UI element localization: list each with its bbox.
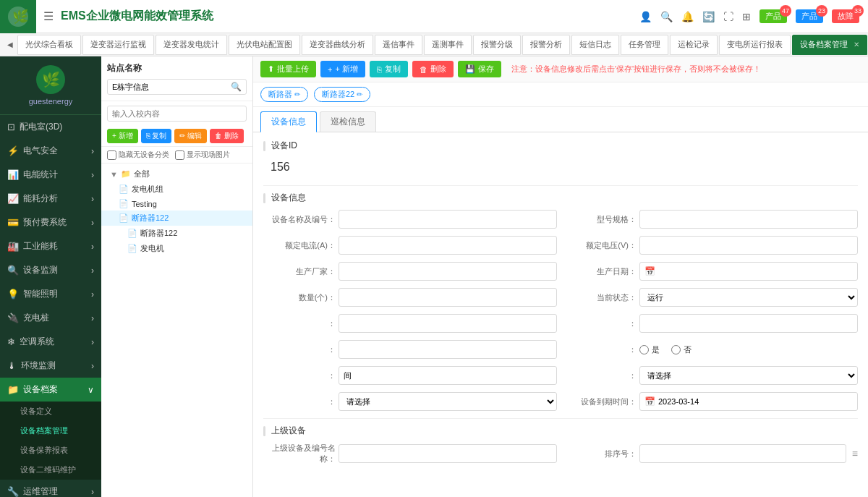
blank1-input[interactable] <box>339 314 557 333</box>
sidebar: 🌿 guestenergy ⊡ 配电室(3D) ⚡ 电气安全 › 📊 电能统计 … <box>0 56 101 497</box>
model-input[interactable] <box>639 210 858 229</box>
breaker-tab-1[interactable]: 断路器 ✏ <box>260 87 308 102</box>
add-device-button[interactable]: + + 新增 <box>320 61 365 77</box>
save-device-button[interactable]: 💾 保存 <box>458 61 501 77</box>
sidebar-item-consumption[interactable]: 📈 能耗分析 › <box>0 187 101 211</box>
refresh-icon[interactable]: 🔄 <box>702 11 715 22</box>
sidebar-sub-device-mgr[interactable]: 设备档案管理 <box>0 421 101 441</box>
tree-delete-button[interactable]: 🗑 删除 <box>210 129 244 143</box>
sidebar-item-charging[interactable]: 🔌 充电桩 › <box>0 306 101 330</box>
expire-date-input[interactable] <box>658 397 853 406</box>
voltage-input[interactable] <box>639 236 858 255</box>
room-input[interactable] <box>339 366 557 385</box>
tree-edit-button[interactable]: ✏ 编辑 <box>174 129 207 143</box>
nav-tab-alarm-level[interactable]: 报警分级 <box>473 35 521 55</box>
expand-icon[interactable]: ⛶ <box>723 11 733 22</box>
tree-search-input[interactable] <box>107 106 247 122</box>
file-icon-4: 📄 <box>127 229 137 238</box>
product-badge-1[interactable]: 产品47 <box>760 9 787 23</box>
nav-tab-telemetry[interactable]: 遥信事件 <box>375 35 422 55</box>
station-search-input[interactable] <box>112 82 228 91</box>
production-date-input[interactable] <box>658 267 853 276</box>
current-input[interactable] <box>339 236 557 255</box>
sidebar-item-distribution[interactable]: ⊡ 配电室(3D) <box>0 115 101 139</box>
sidebar-item-env[interactable]: 🌡 环境监测 › <box>0 354 101 378</box>
nav-tab-task[interactable]: 任务管理 <box>621 35 668 55</box>
menu-icon[interactable]: ☰ <box>43 9 54 23</box>
radio-no[interactable]: 否 <box>671 344 692 355</box>
form-col-status: 当前状态： 运行 停机 故障 <box>564 288 858 307</box>
breaker-tab-2[interactable]: 断路器22 ✏ <box>314 87 370 102</box>
copy-device-button[interactable]: ⎘ 复制 <box>370 61 408 77</box>
chevron-right-icon-7: › <box>91 289 94 300</box>
tree-node-generator[interactable]: 📄 发电机 <box>101 241 252 256</box>
form-col-blank2: ： <box>564 314 858 333</box>
sidebar-item-ops[interactable]: 🔧 运维管理 › <box>0 480 101 497</box>
parent-device-input[interactable] <box>339 444 557 463</box>
nav-tab-sms[interactable]: 短信日志 <box>571 35 619 55</box>
sidebar-sub-device-def[interactable]: 设备定义 <box>0 402 101 421</box>
nav-tab-solar-config[interactable]: 光伏电站配置图 <box>229 35 300 55</box>
show-image-checkbox[interactable]: 显示现场图片 <box>175 150 230 160</box>
hide-no-device-checkbox[interactable]: 隐藏无设备分类 <box>107 150 169 160</box>
quantity-input[interactable] <box>339 288 557 307</box>
blank3-input[interactable] <box>339 340 557 359</box>
status-select[interactable]: 运行 停机 故障 <box>639 288 858 307</box>
sidebar-item-lighting[interactable]: 💡 智能照明 › <box>0 282 101 306</box>
tree-node-breaker122-selected[interactable]: 📄 断路器122 <box>101 211 252 226</box>
nav-tab-inverter-stats[interactable]: 逆变器发电统计 <box>156 35 227 55</box>
sidebar-item-aircon[interactable]: ❄ 空调系统 › <box>0 330 101 354</box>
tree-add-button[interactable]: + 新增 <box>107 129 138 143</box>
tree-copy-button[interactable]: ⎘ 复制 <box>141 129 172 143</box>
sidebar-item-device-archive[interactable]: 📁 设备档案 ∨ <box>0 378 101 402</box>
nav-tab-solar[interactable]: 光伏综合看板 <box>17 35 81 55</box>
tree-toolbar: + 新增 ⎘ 复制 ✏ 编辑 🗑 删除 <box>101 126 252 147</box>
placeholder-select-1[interactable]: 请选择 <box>639 366 858 385</box>
nav-tab-alarm-analysis[interactable]: 报警分析 <box>522 35 570 55</box>
grid-icon[interactable]: ⊞ <box>742 11 751 22</box>
close-device-archive-icon[interactable]: ✕ <box>854 41 859 48</box>
nav-tab-substation[interactable]: 变电所运行报表 <box>719 35 791 55</box>
expire-date-container: 📅 <box>639 392 858 411</box>
stats-icon: 📊 <box>7 169 19 180</box>
breaker-tab-1-edit-icon[interactable]: ✏ <box>294 90 300 98</box>
placeholder-select-2[interactable]: 请选择 <box>339 392 557 411</box>
user-icon[interactable]: 👤 <box>639 11 652 22</box>
delete-device-button[interactable]: 🗑 删除 <box>412 61 454 77</box>
nav-tab-inverter-curve[interactable]: 逆变器曲线分析 <box>302 35 373 55</box>
form-col-parent-device: 上级设备及编号名称： <box>263 443 557 464</box>
product-badge-2[interactable]: 产品23 <box>796 9 823 23</box>
sidebar-item-monitor[interactable]: 🔍 设备监测 › <box>0 258 101 282</box>
nav-tab-inverter-monitor[interactable]: 逆变器运行监视 <box>82 35 154 55</box>
nav-tab-inspection[interactable]: 运检记录 <box>670 35 718 55</box>
blank2-input[interactable] <box>639 314 858 333</box>
search-icon-station[interactable]: 🔍 <box>231 82 242 92</box>
main-content: 🌿 guestenergy ⊡ 配电室(3D) ⚡ 电气安全 › 📊 电能统计 … <box>0 56 868 497</box>
search-icon[interactable]: 🔍 <box>660 11 673 22</box>
nav-tab-device-archive[interactable]: 设备档案管理 ✕ <box>792 35 867 55</box>
tree-node-all[interactable]: ▼ 📁 全部 <box>101 166 252 182</box>
tab-device-info[interactable]: 设备信息 <box>260 111 317 132</box>
radio-yes[interactable]: 是 <box>639 344 660 355</box>
nav-prev-arrow[interactable]: ◀ <box>3 41 17 48</box>
sidebar-sub-device-maint[interactable]: 设备保养报表 <box>0 441 101 460</box>
nav-tab-remote-event[interactable]: 遥测事件 <box>424 35 472 55</box>
manufacturer-input[interactable] <box>339 262 557 281</box>
sidebar-item-energy-stats[interactable]: 📊 电能统计 › <box>0 163 101 187</box>
form-col-current: 额定电流(A)： <box>263 236 557 255</box>
breaker-tab-2-edit-icon[interactable]: ✏ <box>357 90 362 98</box>
fault-badge[interactable]: 故障33 <box>832 9 859 23</box>
sidebar-sub-device-qr[interactable]: 设备二维码维护 <box>0 460 101 480</box>
tree-node-testing[interactable]: 📄 Testing <box>101 197 252 211</box>
device-name-input[interactable] <box>339 210 557 229</box>
bell-icon[interactable]: 🔔 <box>681 11 694 22</box>
sidebar-item-electric[interactable]: ⚡ 电气安全 › <box>0 139 101 163</box>
tree-node-generator-group[interactable]: 📄 发电机组 <box>101 182 252 197</box>
tree-node-breaker122-child[interactable]: 📄 断路器122 <box>101 226 252 241</box>
detail-tabs: 设备信息 巡检信息 <box>253 107 868 132</box>
sidebar-item-prepaid[interactable]: 💳 预付费系统 › <box>0 211 101 234</box>
sort-input[interactable] <box>639 444 846 463</box>
sidebar-item-industrial[interactable]: 🏭 工业能耗 › <box>0 234 101 258</box>
tab-inspection-info[interactable]: 巡检信息 <box>320 111 376 132</box>
batch-upload-button[interactable]: ⬆ 批量上传 <box>260 61 316 77</box>
